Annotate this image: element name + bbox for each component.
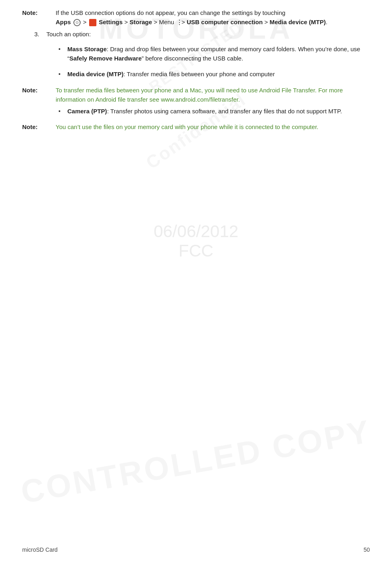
media-device-label: Media device (MTP) — [67, 71, 123, 77]
safely-remove-label: Safely Remove Hardware — [69, 55, 142, 62]
bullet-char-2: ▪ — [58, 69, 67, 79]
note1-storage: Storage — [129, 19, 152, 25]
bullet-char-3: ▪ — [58, 106, 67, 116]
camera-ptp-label: Camera (PTP) — [67, 108, 107, 115]
note3-text: You can’t use the files on your memory c… — [56, 122, 370, 131]
bullet-camera-row: ▪ Camera (PTP): Transfer photos using ca… — [58, 106, 370, 116]
bullet-media-text: Media device (MTP): Transfer media files… — [67, 69, 370, 79]
note1-menu: Menu — [159, 19, 174, 25]
step3-text: Touch an option: — [46, 29, 370, 39]
camera-ptp-body: Transfer photos using camera software, a… — [109, 108, 342, 115]
footer-page-number: 50 — [363, 546, 370, 553]
apps-icon: ⊙ — [73, 19, 81, 26]
page-footer: microSD Card 50 — [0, 546, 392, 553]
settings-icon — [89, 19, 96, 26]
watermark-fcc-text: FCC — [154, 241, 238, 261]
note2-label: Note: — [22, 86, 48, 104]
note2-block: Note: To transfer media files between yo… — [22, 86, 370, 104]
note1-text: If the USB connection options do not app… — [56, 8, 370, 27]
bullet-camera-ptp: ▪ Camera (PTP): Transfer photos using ca… — [22, 106, 370, 116]
note1-arrow4: > — [181, 19, 187, 25]
footer-section-label: microSD Card — [22, 546, 58, 553]
note2-colon — [48, 86, 52, 104]
note1-intro: If the USB connection options do not app… — [56, 9, 286, 16]
bullet-mass-storage-row: ▪ Mass Storage: Drag and drop files betw… — [58, 44, 370, 63]
note1-block: Note: If the USB connection options do n… — [22, 8, 370, 27]
page-content: Note: If the USB connection options do n… — [0, 0, 392, 150]
note1-period: . — [326, 19, 327, 25]
bullet-char-1: ▪ — [58, 44, 67, 63]
note1-arrow5: > — [265, 19, 270, 25]
bullet-mass-storage-text: Mass Storage: Drag and drop files betwee… — [67, 44, 370, 63]
note1-settings: Settings — [99, 19, 123, 25]
note2-period: . — [238, 96, 240, 103]
note1-label: Note: — [22, 8, 48, 27]
watermark-date: 06/06/2012 — [154, 222, 238, 241]
note1-arrow2: > — [124, 19, 129, 25]
note1-arrow1: > — [83, 19, 88, 25]
note2-text: To transfer media files between your pho… — [56, 86, 370, 104]
note1-colon — [48, 8, 52, 27]
note1-media: Media device (MTP) — [270, 19, 326, 25]
note1-arrow3: > — [154, 19, 159, 25]
note1-usb: USB computer connection — [187, 19, 263, 25]
mass-storage-label: Mass Storage — [67, 46, 107, 52]
note3-colon — [48, 122, 52, 131]
bullet-media-device-row: ▪ Media device (MTP): Transfer media fil… — [58, 69, 370, 79]
step3-row: 3. Touch an option: — [22, 29, 370, 39]
mass-storage-body2: ” before disconnecting the USB cable. — [142, 55, 243, 62]
note1-apps: Apps — [56, 19, 71, 25]
bullet-camera-text: Camera (PTP): Transfer photos using came… — [67, 106, 370, 116]
note3-label: Note: — [22, 122, 48, 131]
menu-dots-icon: ⋮ — [176, 19, 179, 26]
watermark-fcc: 06/06/2012 FCC — [154, 222, 238, 261]
watermark-controlled: CONTROLLED COPY — [18, 413, 374, 511]
step3-number: 3. — [34, 29, 46, 39]
note3-block: Note: You can’t use the files on your me… — [22, 122, 370, 131]
bullet-mass-storage: ▪ Mass Storage: Drag and drop files betw… — [22, 44, 370, 79]
media-device-body: Transfer media files between your phone … — [125, 71, 275, 77]
android-file-transfer-link[interactable]: www.android.com/filetransfer — [161, 96, 238, 103]
